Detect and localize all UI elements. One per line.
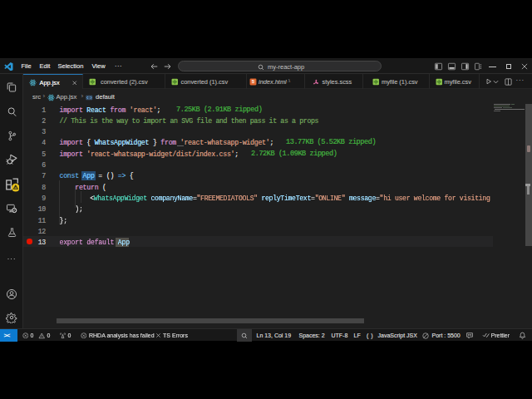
svg-text:5: 5 xyxy=(252,79,254,84)
